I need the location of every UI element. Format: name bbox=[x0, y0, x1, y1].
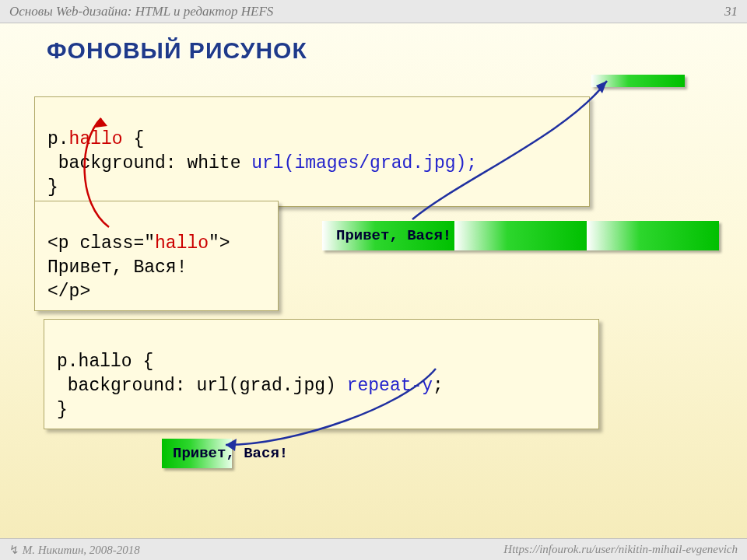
output-label-1: Привет, Вася! bbox=[336, 227, 451, 244]
code: } bbox=[57, 400, 68, 420]
code-selector: hallo bbox=[69, 129, 123, 149]
footer-bar: ↯ М. Никитин, 2008-2018 Https://infourok… bbox=[0, 538, 747, 560]
css-code-box-2: p.hallo { background: url(grad.jpg) repe… bbox=[44, 319, 599, 429]
code: } bbox=[47, 177, 58, 198]
code: "> bbox=[209, 233, 230, 254]
code: background: white bbox=[47, 153, 251, 173]
footer-icon: ↯ bbox=[9, 544, 19, 556]
page-number: 31 bbox=[724, 4, 738, 19]
html-code-box: <p class="hallo"> Привет, Вася! </p> bbox=[34, 201, 279, 311]
gradient-sample-small bbox=[591, 75, 685, 87]
slide-title: ФОНОВЫЙ РИСУНОК bbox=[0, 23, 747, 72]
code: background: url(grad.jpg) bbox=[57, 376, 347, 396]
css-code-box-1: p.hallo { background: white url(images/g… bbox=[34, 96, 590, 207]
code-repeat: repeat-y bbox=[347, 376, 433, 396]
code: Привет, Вася! bbox=[47, 257, 187, 278]
code: </p> bbox=[47, 282, 90, 302]
code: { bbox=[123, 129, 145, 149]
code-url: url(images/grad.jpg); bbox=[251, 153, 477, 173]
code-class: hallo bbox=[155, 233, 209, 254]
code: p.hallo { bbox=[57, 352, 153, 372]
slide-content: p.hallo { background: white url(images/g… bbox=[0, 72, 747, 538]
course-title: Основы Web-дизайна: HTML и редактор HEFS bbox=[9, 4, 273, 19]
header-bar: Основы Web-дизайна: HTML и редактор HEFS… bbox=[0, 0, 747, 23]
footer-url: Https://infourok.ru/user/nikitin-mihail-… bbox=[503, 543, 738, 556]
code: p. bbox=[47, 129, 69, 149]
code: ; bbox=[433, 376, 444, 396]
code: <p class=" bbox=[47, 233, 155, 254]
output-label-2: Привет, Вася! bbox=[173, 445, 288, 462]
footer-author: ↯ М. Никитин, 2008-2018 bbox=[9, 543, 140, 557]
